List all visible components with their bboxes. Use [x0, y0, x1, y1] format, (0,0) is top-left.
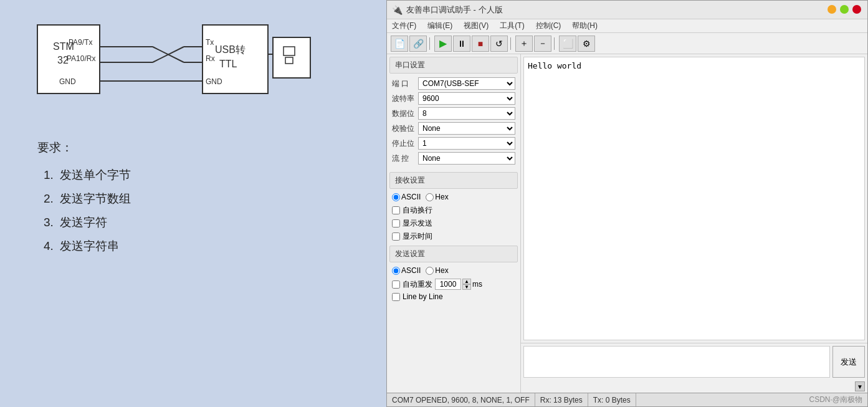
menu-file[interactable]: 文件(F) [389, 19, 419, 32]
svg-text:GND: GND [59, 77, 76, 86]
spinner-down[interactable]: ▼ [462, 284, 471, 290]
svg-text:TTL: TTL [219, 59, 237, 69]
receive-ascii-input[interactable] [392, 193, 400, 201]
tb-open-button[interactable]: 📄 [391, 36, 408, 52]
databits-row: 数据位 8 [392, 107, 515, 120]
svg-text:Tx: Tx [206, 38, 214, 47]
databits-label: 数据位 [392, 108, 416, 119]
req-item-1: 1. 发送单个字节 [44, 163, 374, 187]
toolbar-separator-1 [429, 37, 432, 50]
toolbar-separator-2 [510, 37, 513, 50]
svg-text:USB转: USB转 [215, 44, 246, 55]
menu-help[interactable]: 帮助(H) [570, 19, 600, 32]
auto-newline-checkbox[interactable]: 自动换行 [387, 204, 520, 217]
svg-text:PA10/Rx: PA10/Rx [67, 54, 95, 63]
req-item-2: 2. 发送字节数组 [44, 187, 374, 211]
maximize-button[interactable] [840, 5, 849, 14]
app-icon: 🔌 [392, 5, 403, 15]
send-button[interactable]: 发送 [832, 346, 865, 378]
send-hex-input[interactable] [426, 267, 434, 275]
dropdown-arrow[interactable]: ▼ [855, 381, 865, 391]
settings-panel: 串口设置 端 口 COM7(USB-SEF 波特率 9600 数据位 [387, 54, 521, 393]
databits-select[interactable]: 8 [418, 107, 515, 120]
menu-view[interactable]: 视图(V) [461, 19, 491, 32]
toolbar: 📄 🔗 ▶ ⏸ ■ ↺ ＋ － ⬜ ⚙ [387, 33, 867, 54]
spinner-up[interactable]: ▲ [462, 279, 471, 284]
stopbits-label: 停止位 [392, 138, 416, 149]
main-content: 串口设置 端 口 COM7(USB-SEF 波特率 9600 数据位 [387, 54, 867, 393]
tx-status: Tx: 0 Bytes [588, 393, 636, 406]
tb-remove-button[interactable]: － [534, 36, 551, 52]
show-time-input[interactable] [392, 232, 400, 241]
port-row: 端 口 COM7(USB-SEF [392, 77, 515, 90]
parity-label: 校验位 [392, 123, 416, 134]
com-status: COM7 OPENED, 9600, 8, NONE, 1, OFF [387, 393, 535, 406]
send-ascii-input[interactable] [392, 267, 400, 275]
send-settings-header: 发送设置 [389, 246, 518, 262]
send-ascii-radio[interactable]: ASCII [392, 266, 421, 275]
req-item-3: 3. 发送字符 [44, 211, 374, 234]
send-area-wrapper: 发送 ▼ [521, 343, 867, 393]
requirements: 要求： 1. 发送单个字节 2. 发送字节数组 3. 发送字符 4. 发送字符串 [37, 136, 374, 258]
close-button[interactable] [852, 5, 861, 14]
auto-resend-input[interactable] [392, 280, 400, 289]
req-item-4: 4. 发送字符串 [44, 234, 374, 258]
tb-stop-button[interactable]: ■ [472, 36, 489, 52]
tb-play-button[interactable]: ▶ [434, 36, 452, 52]
watermark: CSDN·@南极物 [804, 393, 867, 406]
tb-refresh-button[interactable]: ↺ [490, 36, 508, 52]
send-mode-group: ASCII Hex [387, 264, 520, 277]
baud-select[interactable]: 9600 [418, 92, 515, 105]
send-input[interactable] [523, 346, 830, 378]
interval-input[interactable] [435, 279, 461, 290]
rx-status: Rx: 13 Bytes [535, 393, 588, 406]
parity-row: 校验位 None [392, 122, 515, 135]
show-time-checkbox[interactable]: 显示时间 [387, 230, 520, 243]
line-by-line-input[interactable] [392, 293, 400, 301]
svg-text:Rx: Rx [206, 54, 215, 63]
svg-text:GND: GND [206, 77, 222, 86]
baud-row: 波特率 9600 [392, 92, 515, 105]
serial-settings-form: 端 口 COM7(USB-SEF 波特率 9600 数据位 8 [387, 75, 520, 170]
port-label: 端 口 [392, 79, 416, 89]
parity-select[interactable]: None [418, 122, 515, 135]
menu-bar: 文件(F) 编辑(E) 视图(V) 工具(T) 控制(C) 帮助(H) [387, 19, 867, 33]
toolbar-separator-3 [554, 37, 556, 50]
show-send-input[interactable] [392, 219, 400, 227]
receive-hex-input[interactable] [426, 193, 434, 201]
tb-connect-button[interactable]: 🔗 [409, 36, 427, 52]
receive-settings-header: 接收设置 [389, 172, 518, 189]
menu-tools[interactable]: 工具(T) [497, 19, 527, 32]
flowctrl-select[interactable]: None [418, 152, 515, 165]
window-title: 友善串口调试助手 - 个人版 [406, 4, 862, 16]
tb-window-button[interactable]: ⬜ [559, 36, 576, 52]
tb-add-button[interactable]: ＋ [515, 36, 533, 52]
display-area: Hello world 发送 ▼ [521, 54, 867, 393]
spinner-buttons: ▲ ▼ [462, 279, 471, 290]
send-hex-radio[interactable]: Hex [426, 266, 448, 275]
auto-newline-input[interactable] [392, 206, 400, 214]
send-row: 发送 [521, 343, 867, 380]
stopbits-select[interactable]: 1 [418, 137, 515, 150]
menu-control[interactable]: 控制(C) [533, 19, 564, 32]
flowctrl-row: 流 控 None [392, 152, 515, 165]
svg-text:PA9/Tx: PA9/Tx [69, 38, 92, 47]
line-by-line-checkbox[interactable]: Line by Line [387, 291, 520, 302]
serial-settings-header: 串口设置 [389, 57, 518, 74]
tb-pause-button[interactable]: ⏸ [453, 36, 470, 52]
receive-ascii-radio[interactable]: ASCII [392, 193, 421, 201]
receive-hex-radio[interactable]: Hex [426, 193, 448, 201]
minimize-button[interactable] [827, 5, 836, 14]
stopbits-row: 停止位 1 [392, 137, 515, 150]
show-send-checkbox[interactable]: 显示发送 [387, 217, 520, 230]
tb-settings-button[interactable]: ⚙ [578, 36, 595, 52]
req-title: 要求： [37, 136, 374, 160]
title-bar: 🔌 友善串口调试助手 - 个人版 [387, 1, 867, 19]
status-bar: COM7 OPENED, 9600, 8, NONE, 1, OFF Rx: 1… [387, 393, 867, 406]
serial-assistant-window: 🔌 友善串口调试助手 - 个人版 文件(F) 编辑(E) 视图(V) 工具(T)… [386, 0, 868, 407]
dropdown-arrow-row: ▼ [521, 380, 867, 393]
menu-edit[interactable]: 编辑(E) [425, 19, 455, 32]
flowctrl-label: 流 控 [392, 153, 416, 164]
port-select[interactable]: COM7(USB-SEF [418, 77, 515, 90]
receive-display: Hello world [523, 57, 865, 340]
